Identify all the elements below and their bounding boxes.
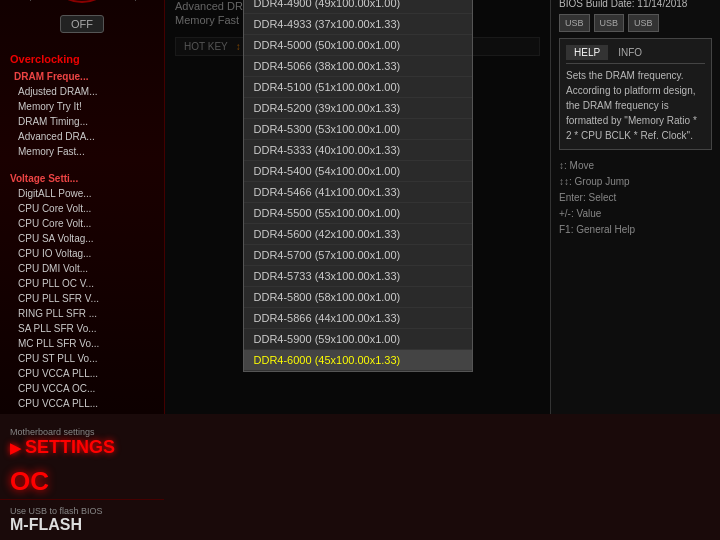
help-header: HELP INFO: [566, 45, 705, 64]
help-text: Sets the DRAM frequency. According to pl…: [566, 68, 705, 143]
dram-item[interactable]: DDR4-5333 (40x100.00x1.33): [244, 140, 472, 161]
motherboard-settings-label: Motherboard settings: [10, 427, 154, 437]
dial-outer[interactable]: HW: [47, 0, 117, 3]
sidebar: GAME BOOST XMP 0 1 2 3 4 HW 0: [0, 0, 165, 414]
help-box: HELP INFO Sets the DRAM frequency. Accor…: [559, 38, 712, 150]
help-tab[interactable]: HELP: [566, 45, 608, 60]
nav-hints: ↕: Move↕↕: Group JumpEnter: Select+/-: V…: [559, 158, 712, 238]
sidebar-item-dram-timing[interactable]: DRAM Timing...: [0, 114, 164, 129]
sid-cpu-vcca-oc[interactable]: CPU VCCA OC...: [0, 381, 164, 396]
scale-right: 0 1 2 3 4: [132, 0, 137, 3]
system-info: MB: MEG Z390 ACE (MS-7B12)CPU: Intel(R) …: [559, 0, 712, 10]
dram-item[interactable]: DDR4-4933 (37x100.00x1.33): [244, 14, 472, 35]
settings-arrow: ▶: [10, 440, 21, 456]
nav-hint: F1: General Help: [559, 222, 712, 238]
dram-item[interactable]: DDR4-5733 (43x100.00x1.33): [244, 266, 472, 287]
sidebar-item-memory-try[interactable]: Memory Try It!: [0, 99, 164, 114]
sid-cpu-vcca-pll[interactable]: CPU VCCA PLL...: [0, 366, 164, 381]
nav-hint: ↕↕: Group Jump: [559, 174, 712, 190]
mflash-label: M-FLASH: [10, 516, 154, 534]
usb-flash-label: Use USB to flash BIOS: [10, 506, 154, 516]
sid-cpu-core-v1[interactable]: CPU Core Volt...: [0, 201, 164, 216]
sid-sa-pll[interactable]: SA PLL SFR Vo...: [0, 321, 164, 336]
dram-item[interactable]: DDR4-6000 (45x100.00x1.33): [244, 350, 472, 371]
usb-icon-area: USB USB USB: [559, 14, 712, 32]
oc-big: OC: [10, 466, 154, 497]
sid-cpu-dmi[interactable]: CPU DMI Volt...: [0, 261, 164, 276]
modal-overlay: DRAM Frequency ✕ DDR4-4200 (42x100.00x1.…: [165, 0, 550, 414]
main-area: GAME BOOST XMP 0 1 2 3 4 HW 0: [0, 0, 720, 414]
dram-item[interactable]: DDR4-5866 (44x100.00x1.33): [244, 308, 472, 329]
voltage-settings-label: Voltage Setti...: [0, 171, 164, 186]
sidebar-item-adjusted-dram[interactable]: Adjusted DRAM...: [0, 84, 164, 99]
dram-item[interactable]: DDR4-5700 (57x100.00x1.00): [244, 245, 472, 266]
usb-icon-3: USB: [628, 14, 659, 32]
right-panel: MB: MEG Z390 ACE (MS-7B12)CPU: Intel(R) …: [550, 0, 720, 414]
sid-ring-pll[interactable]: RING PLL SFR ...: [0, 306, 164, 321]
off-toggle[interactable]: OFF: [60, 15, 104, 33]
dram-item[interactable]: DDR4-5500 (55x100.00x1.00): [244, 203, 472, 224]
dram-item[interactable]: DDR4-5800 (58x100.00x1.00): [244, 287, 472, 308]
dram-item[interactable]: DDR4-5000 (50x100.00x1.00): [244, 35, 472, 56]
overclocking-section-label: Overclocking: [0, 49, 164, 69]
sid-cpu-pll-sfr[interactable]: CPU PLL SFR V...: [0, 291, 164, 306]
info-tab[interactable]: INFO: [610, 45, 650, 60]
nav-hint: ↕: Move: [559, 158, 712, 174]
dram-item[interactable]: DDR4-5900 (59x100.00x1.00): [244, 329, 472, 350]
sid-cpu-st-pll[interactable]: CPU ST PLL Vo...: [0, 351, 164, 366]
settings-big: ▶ SETTINGS: [10, 437, 154, 458]
dram-item[interactable]: DDR4-5200 (39x100.00x1.33): [244, 98, 472, 119]
sid-cpu-sa[interactable]: CPU SA Voltag...: [0, 231, 164, 246]
center-panel: CPU Speed 3.60 GHz DDR4 DRAM Frequency A…: [165, 0, 550, 414]
sid-digitall[interactable]: DigitALL Powe...: [0, 186, 164, 201]
sid-cpu-vcca-pll2[interactable]: CPU VCCA PLL...: [0, 396, 164, 411]
dram-frequency-modal: DRAM Frequency ✕ DDR4-4200 (42x100.00x1.…: [243, 0, 473, 372]
sid-mc-pll[interactable]: MC PLL SFR Vo...: [0, 336, 164, 351]
sidebar-item-dram-freq[interactable]: DRAM Freque...: [0, 69, 164, 84]
sidebar-item-memory-fast[interactable]: Memory Fast...: [0, 144, 164, 159]
nav-hint: Enter: Select: [559, 190, 712, 206]
dram-item[interactable]: DDR4-5466 (41x100.00x1.33): [244, 182, 472, 203]
sid-cpu-pll-oc[interactable]: CPU PLL OC V...: [0, 276, 164, 291]
modal-list[interactable]: DDR4-4200 (42x100.00x1.00)DDR4-4266 (32x…: [244, 0, 472, 371]
sys-info-line: BIOS Build Date: 11/14/2018: [559, 0, 712, 10]
dial-wrapper: 0 1 2 3 4 HW 0 1 2 3 4: [47, 0, 117, 3]
dram-item[interactable]: DDR4-5066 (38x100.00x1.33): [244, 56, 472, 77]
sidebar-item-advanced-dra[interactable]: Advanced DRA...: [0, 129, 164, 144]
sid-cpu-core-v2[interactable]: CPU Core Volt...: [0, 216, 164, 231]
usb-icon-1: USB: [559, 14, 590, 32]
dram-item[interactable]: DDR4-4900 (49x100.00x1.00): [244, 0, 472, 14]
dram-item[interactable]: DDR4-5300 (53x100.00x1.00): [244, 119, 472, 140]
nav-hint: +/-: Value: [559, 206, 712, 222]
usb-icon-2: USB: [594, 14, 625, 32]
dram-item[interactable]: DDR4-5100 (51x100.00x1.00): [244, 77, 472, 98]
dram-item[interactable]: DDR4-5600 (42x100.00x1.33): [244, 224, 472, 245]
dial-area: 0 1 2 3 4 HW 0 1 2 3 4: [0, 0, 164, 11]
scale-left: 0 1 2 3 4: [27, 0, 32, 3]
sid-cpu-io[interactable]: CPU IO Voltag...: [0, 246, 164, 261]
dram-item[interactable]: DDR4-5400 (54x100.00x1.00): [244, 161, 472, 182]
